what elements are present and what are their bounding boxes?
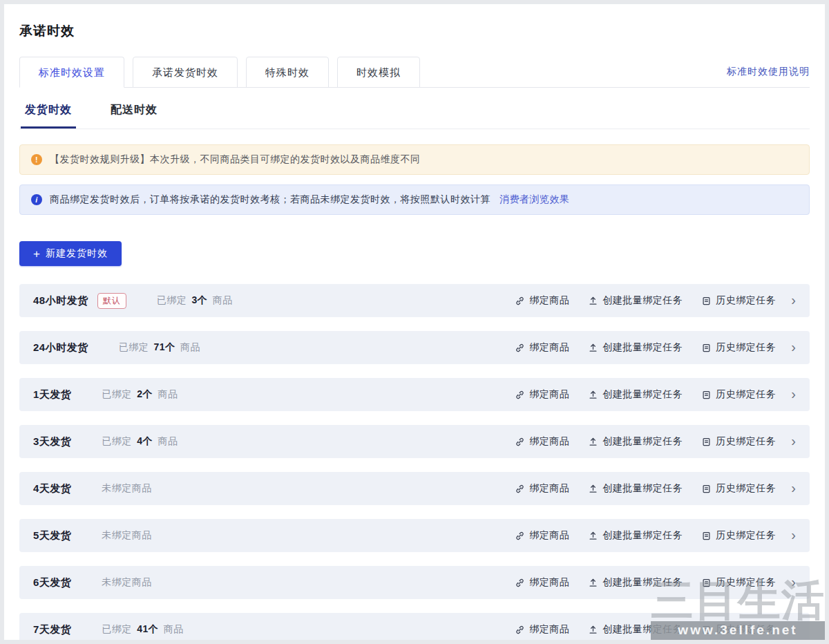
upload-icon: [588, 437, 598, 447]
chevron-right-icon[interactable]: ›: [791, 622, 796, 636]
link-icon: [515, 484, 525, 494]
create-button-label: 新建发货时效: [46, 247, 108, 260]
document-icon: [701, 390, 712, 400]
standard-timeliness-usage-link[interactable]: 标准时效使用说明: [727, 66, 810, 78]
history-bind-task-label: 历史绑定任务: [716, 529, 776, 542]
create-batch-bind-task-link[interactable]: 创建批量绑定任务: [588, 341, 683, 354]
history-bind-task-link[interactable]: 历史绑定任务: [701, 435, 776, 448]
chevron-right-icon[interactable]: ›: [791, 387, 796, 401]
create-batch-bind-task-link[interactable]: 创建批量绑定任务: [588, 623, 683, 636]
default-badge: 默认: [97, 293, 126, 309]
upload-icon: [588, 531, 598, 541]
bind-product-link[interactable]: 绑定商品: [515, 623, 569, 636]
link-icon: [515, 296, 525, 306]
timeliness-row: 48小时发货 默认 已绑定 3个 商品 绑定商品 创建批量绑定任务: [19, 284, 810, 317]
tab-special-timeliness[interactable]: 特殊时效: [246, 57, 329, 88]
bind-product-label: 绑定商品: [529, 388, 569, 401]
create-batch-bind-task-label: 创建批量绑定任务: [602, 482, 683, 495]
create-batch-bind-task-link[interactable]: 创建批量绑定任务: [588, 294, 683, 307]
history-bind-task-link[interactable]: 历史绑定任务: [701, 294, 776, 307]
bind-product-link[interactable]: 绑定商品: [515, 482, 569, 495]
bind-product-label: 绑定商品: [529, 576, 569, 589]
history-bind-task-link[interactable]: 历史绑定任务: [701, 623, 776, 636]
row-title: 5天发货: [33, 529, 71, 542]
tab-promised-shipping-timeliness[interactable]: 承诺发货时效: [133, 57, 238, 88]
bind-product-label: 绑定商品: [529, 435, 569, 448]
history-bind-task-link[interactable]: 历史绑定任务: [701, 388, 776, 401]
history-bind-task-link[interactable]: 历史绑定任务: [701, 529, 776, 542]
consumer-browse-effect-link[interactable]: 消费者浏览效果: [499, 193, 570, 206]
history-bind-task-label: 历史绑定任务: [716, 435, 776, 448]
chevron-right-icon[interactable]: ›: [791, 340, 796, 354]
bound-info: 已绑定 2个 商品: [102, 388, 178, 401]
document-icon: [701, 578, 712, 588]
bind-product-label: 绑定商品: [529, 623, 569, 636]
bound-info: 已绑定 3个 商品: [157, 294, 233, 307]
create-shipping-timeliness-button[interactable]: + 新建发货时效: [19, 241, 122, 266]
create-batch-bind-task-label: 创建批量绑定任务: [602, 576, 683, 589]
tab-standard-timeliness-settings[interactable]: 标准时效设置: [19, 57, 124, 88]
promised-timeliness-page: 承诺时效 标准时效设置 承诺发货时效 特殊时效 时效模拟 标准时效使用说明 发货…: [4, 4, 825, 640]
history-bind-task-label: 历史绑定任务: [716, 482, 776, 495]
create-batch-bind-task-link[interactable]: 创建批量绑定任务: [588, 576, 683, 589]
bound-info: 已绑定 71个 商品: [119, 341, 200, 354]
row-title: 4天发货: [33, 482, 71, 495]
bind-product-link[interactable]: 绑定商品: [515, 388, 569, 401]
create-batch-bind-task-link[interactable]: 创建批量绑定任务: [588, 435, 683, 448]
row-title: 48小时发货: [33, 294, 88, 307]
subtab-shipping-timeliness[interactable]: 发货时效: [21, 100, 76, 129]
bound-info: 已绑定 4个 商品: [102, 435, 178, 448]
history-bind-task-link[interactable]: 历史绑定任务: [701, 576, 776, 589]
bound-info: 未绑定商品: [102, 529, 152, 542]
upload-icon: [588, 625, 598, 635]
chevron-right-icon[interactable]: ›: [791, 528, 796, 542]
create-batch-bind-task-link[interactable]: 创建批量绑定任务: [588, 388, 683, 401]
warning-icon: !: [31, 154, 42, 165]
upload-icon: [588, 296, 598, 306]
document-icon: [701, 343, 712, 353]
subtab-delivery-timeliness[interactable]: 配送时效: [106, 100, 162, 129]
history-bind-task-label: 历史绑定任务: [716, 341, 776, 354]
chevron-right-icon[interactable]: ›: [791, 575, 796, 589]
bind-product-link[interactable]: 绑定商品: [515, 294, 569, 307]
create-batch-bind-task-label: 创建批量绑定任务: [602, 341, 683, 354]
create-batch-bind-task-label: 创建批量绑定任务: [602, 294, 683, 307]
timeliness-row: 3天发货 已绑定 4个 商品 绑定商品 创建批量绑定任务: [19, 425, 810, 458]
bind-product-label: 绑定商品: [529, 529, 569, 542]
link-icon: [515, 390, 525, 400]
chevron-right-icon[interactable]: ›: [791, 434, 796, 448]
bind-product-link[interactable]: 绑定商品: [515, 341, 569, 354]
bound-info: 未绑定商品: [102, 482, 152, 495]
chevron-right-icon[interactable]: ›: [791, 481, 796, 495]
row-title: 6天发货: [33, 576, 71, 589]
bind-product-link[interactable]: 绑定商品: [515, 529, 569, 542]
document-icon: [701, 484, 712, 494]
timeliness-row: 5天发货 未绑定商品 绑定商品 创建批量绑定任务: [19, 519, 810, 552]
bind-product-link[interactable]: 绑定商品: [515, 576, 569, 589]
history-bind-task-link[interactable]: 历史绑定任务: [701, 341, 776, 354]
sub-tab-bar: 发货时效 配送时效: [19, 100, 810, 129]
create-batch-bind-task-link[interactable]: 创建批量绑定任务: [588, 529, 683, 542]
bind-product-label: 绑定商品: [529, 294, 569, 307]
link-icon: [515, 625, 525, 635]
create-batch-bind-task-label: 创建批量绑定任务: [602, 388, 683, 401]
history-bind-task-label: 历史绑定任务: [716, 623, 776, 636]
rule-upgrade-text: 【发货时效规则升级】本次升级，不同商品类目可绑定的发货时效以及商品维度不同: [50, 153, 421, 166]
binding-rule-banner: i 商品绑定发货时效后，订单将按承诺的发货时效考核；若商品未绑定发货时效，将按照…: [19, 184, 810, 215]
row-title: 1天发货: [33, 388, 71, 401]
timeliness-row: 7天发货 已绑定 41个 商品 绑定商品 创建批量绑定任务: [19, 613, 810, 644]
row-title: 24小时发货: [33, 341, 88, 354]
create-batch-bind-task-link[interactable]: 创建批量绑定任务: [588, 482, 683, 495]
history-bind-task-link[interactable]: 历史绑定任务: [701, 482, 776, 495]
app-window: 承诺时效 标准时效设置 承诺发货时效 特殊时效 时效模拟 标准时效使用说明 发货…: [0, 0, 829, 644]
create-batch-bind-task-label: 创建批量绑定任务: [602, 435, 683, 448]
bind-product-link[interactable]: 绑定商品: [515, 435, 569, 448]
row-title: 3天发货: [33, 435, 71, 448]
history-bind-task-label: 历史绑定任务: [716, 388, 776, 401]
timeliness-row: 1天发货 已绑定 2个 商品 绑定商品 创建批量绑定任务: [19, 378, 810, 411]
document-icon: [701, 437, 712, 447]
chevron-right-icon[interactable]: ›: [791, 293, 796, 307]
tab-timeliness-simulation[interactable]: 时效模拟: [337, 57, 420, 88]
create-batch-bind-task-label: 创建批量绑定任务: [602, 623, 683, 636]
upload-icon: [588, 578, 598, 588]
